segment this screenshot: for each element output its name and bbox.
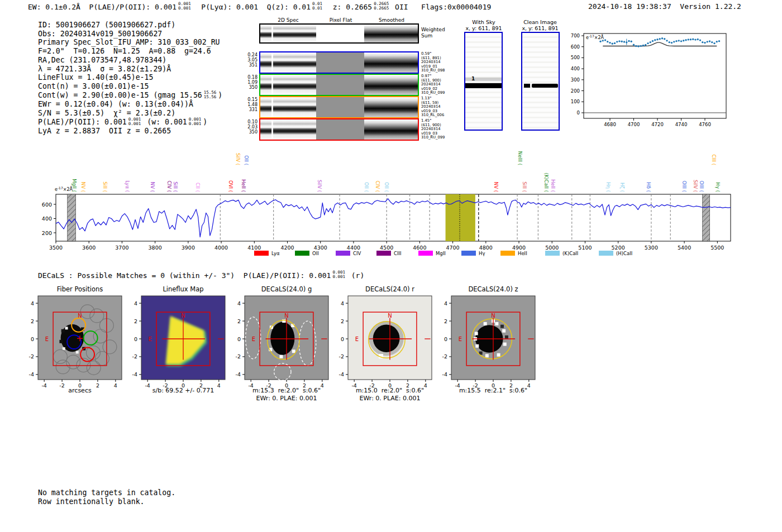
fringe-pixel (502, 329, 506, 333)
annotation-line: 310_RU_099 (421, 136, 460, 140)
sky-bright-line-band (465, 83, 502, 88)
stacked-fraction: 15.5615.56 (204, 90, 217, 100)
fraction-bottom: 0.001 (178, 6, 191, 11)
data-point (716, 41, 718, 42)
stat-line: 0.18 (244, 75, 258, 80)
blob-pixel-white (65, 327, 68, 329)
cutout-ytick: 0 (444, 336, 447, 342)
legend-label: Hγ (479, 251, 485, 256)
spectrum-xtick: 3900 (182, 245, 195, 251)
line-label: SiII ( (102, 181, 108, 192)
spec2d-cell (260, 97, 316, 117)
stacked-fraction: 0.010.01 (312, 2, 322, 11)
stat-line: 0.15 (244, 97, 258, 102)
with-sky-subtitle: x, y: 611, 891 (456, 25, 512, 31)
line-label: NV ( (150, 182, 155, 192)
line-label: OVI ( (228, 180, 233, 192)
fringe-pixel (485, 354, 489, 357)
spectrum-ytick: 600 (42, 202, 52, 208)
text-segment: Obs: 20240314v019_5001906627 (38, 30, 162, 39)
cutout-ytick: 2 (31, 318, 34, 324)
with-sky-image: 1 (464, 32, 503, 131)
legend-swatch (545, 251, 560, 256)
cutout-caption: EWr: 0. PLAE: 0.001 (328, 395, 451, 402)
compass-north: N (388, 313, 392, 319)
spectrum-xtick: 5100 (578, 245, 592, 251)
info-line: λ = 4721.33Å σ = 3.82(±1.29)Å (38, 65, 222, 74)
fringe-pixel (475, 332, 478, 335)
spectrum-xtick: 5200 (612, 245, 625, 251)
text-segment: F=2.0" T=0.126 N=1.25 A=0.88 g=24.6 (38, 47, 211, 56)
text-segment: ) (203, 118, 207, 127)
legend-swatch (599, 251, 613, 256)
catalog-footer-note: No matching targets in catalog.Row inten… (38, 488, 175, 506)
inset-xtick: 4700 (628, 122, 640, 127)
pixelflat-cell (316, 25, 364, 42)
spectrum-xtick: 5300 (645, 245, 658, 251)
data-point (604, 39, 606, 41)
text-segment: λ = 4721.33Å σ = 3.82(±1.29)Å (38, 65, 171, 74)
fraction-bottom: 0.01 (312, 6, 322, 11)
data-point (616, 41, 618, 42)
info-line: EWr = 0.12(±0.04) (w: 0.13(±0.04))Å (38, 100, 222, 109)
cutout-ytick: -2 (132, 353, 137, 360)
inset-ytick: 300 (571, 77, 580, 83)
inset-ytick: 700 (571, 33, 580, 39)
data-point (645, 44, 646, 46)
col-header-pixelflat: Pixel Flat (316, 17, 366, 23)
inset-ytick: 0 (577, 110, 580, 116)
text-segment: LyA z = 2.8837 OII z = 0.2665 (38, 127, 171, 136)
spectrum-xtick: 5000 (545, 245, 559, 251)
data-point (671, 42, 673, 44)
cutout-title-lineflux: Lineflux Map (130, 285, 236, 293)
pixelflat-cell (316, 75, 364, 95)
blob-pixel-white (63, 347, 65, 350)
stacked-fraction: 0.0010.001 (178, 2, 191, 11)
cutout-ytick: 4 (444, 300, 447, 306)
date-version-stamp: 2024-10-18 19:38:37 Version 1.22.2 (588, 2, 741, 11)
stat-line: 0.10 (244, 119, 258, 124)
footer-line: No matching targets in catalog. (38, 488, 175, 497)
clean-image-title: Clean Image (512, 19, 568, 25)
compass-east: E (149, 336, 152, 342)
cutout-image-r: NE-4-4-2-2002244 (330, 294, 437, 389)
annotation-line: 310_RU_099 (421, 91, 460, 95)
clean-image (521, 32, 560, 131)
cutout-ytick: 2 (341, 318, 344, 324)
elixer-report-page: { "colors": { "spectrum_line": "#1414dc"… (0, 0, 782, 532)
spectrum-xtick: 4900 (512, 245, 526, 251)
text-segment: (w: 0.001 (142, 118, 187, 127)
inset-ytick: 100 (571, 99, 580, 104)
hatched-masked-band (68, 194, 76, 241)
data-point (614, 42, 616, 44)
inset-ytick: 600 (571, 44, 580, 50)
legend-swatch (254, 251, 269, 256)
text-segment: z: 0.2665 (324, 3, 372, 11)
compass-east: E (355, 336, 359, 342)
cutout-ytick: 0 (134, 336, 137, 342)
data-point (626, 41, 627, 43)
data-point (612, 42, 613, 44)
fringe-pixel (475, 344, 479, 348)
line-label: SiII ( (173, 181, 178, 192)
cutout-image-fiber: NE-4-4-2-2002244 (20, 294, 127, 389)
inset-xtick: 4720 (651, 122, 664, 127)
spectrum-line (56, 199, 731, 237)
clean-line-band (524, 84, 530, 88)
compass-north: N (78, 313, 82, 319)
line-label: OII ( (364, 182, 369, 192)
cutout-ytick: 0 (31, 336, 34, 342)
stacked-fraction: 0.0010.001 (128, 117, 141, 127)
info-line: LineFlux = 1.40(±0.45)e-15 (38, 73, 222, 82)
cutout-image-g: NE-4-4-2-2002244 (227, 294, 334, 389)
data-point (631, 41, 632, 42)
spectrum-xtick: 4200 (280, 245, 294, 251)
spec2d-row-annotation: 1.13"(611, 59)20240314v019_03310_RL_006 (421, 97, 460, 118)
legend-swatch (376, 251, 391, 256)
spectrum-xtick: 4700 (446, 245, 459, 251)
spectrum-ytick: 200 (42, 230, 52, 236)
blob-pixel (59, 340, 63, 343)
text-segment: P(LAE)/P(OII): 0.001 (38, 118, 127, 127)
cutout-z: NE-4-4-2-2002244 (442, 296, 535, 389)
stat-line: 3.05 (244, 57, 258, 63)
